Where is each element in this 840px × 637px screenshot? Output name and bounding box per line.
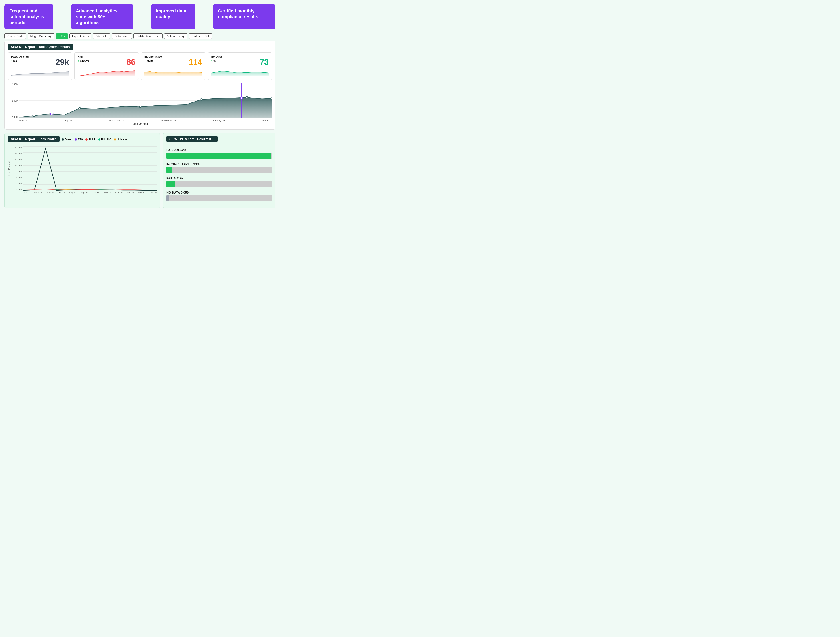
main-chart: 2,450 2,400 2,350 xyxy=(8,83,272,125)
svg-point-10 xyxy=(51,113,53,115)
tab-comp-stats[interactable]: Comp. Stats xyxy=(5,33,26,39)
panel-results-kpi: SIRA KPI Report – Results KPI PASS 99.04… xyxy=(163,133,275,208)
tab-mngm-summary[interactable]: Mngm Summary xyxy=(28,33,54,39)
sparkline-inconclusive xyxy=(144,68,202,76)
kpi-card-fail: Fail 86 ↑ 1400% xyxy=(74,52,139,80)
arrow-down-icon: ↓ xyxy=(144,59,146,62)
callout-improved-text: Improved data quality xyxy=(156,8,186,19)
tab-kpis[interactable]: KPIs xyxy=(56,33,68,39)
inconclusive-bar-fill xyxy=(166,167,172,173)
report2-title: SIRA KPI Report – Loss Profile xyxy=(8,136,60,142)
legend-diesel: Diesel xyxy=(62,138,72,141)
kpi-card-inconclusive: Inconclusive 114 ↓ -62% xyxy=(141,52,205,80)
legend-dot-e10 xyxy=(75,138,77,141)
svg-point-7 xyxy=(246,96,248,98)
fail-bar-bg xyxy=(166,181,272,187)
tab-status-by-call[interactable]: Status by Call xyxy=(189,33,212,39)
results-kpi-inconclusive: INCONCLUSIVE 0.33% xyxy=(166,162,272,173)
arrow-up-icon: ↑ xyxy=(11,59,13,62)
pass-bar-fill xyxy=(166,153,271,159)
top-callouts: Frequent and tailored analysis periods A… xyxy=(0,0,280,32)
svg-point-3 xyxy=(33,115,35,117)
bottom-panels: SIRA KPI Report – Loss Profile Diesel E1… xyxy=(5,133,275,208)
callout-certified-text: Certified monthly compliance results xyxy=(218,8,258,19)
kpi-value-no-data: 73 xyxy=(260,58,269,66)
svg-point-12 xyxy=(240,97,243,99)
no-data-bar-bg xyxy=(166,195,272,201)
loss-chart: Loss Percent 17.50% 15.00% 12.50% 10.00%… xyxy=(8,146,156,191)
results-kpi-pass: PASS 99.04% xyxy=(166,148,272,159)
callout-frequent-text: Frequent and tailored analysis periods xyxy=(9,8,44,25)
sparkline-fail xyxy=(78,68,136,76)
legend-dot-pulp xyxy=(85,138,88,141)
legend-e10: E10 xyxy=(75,138,83,141)
loss-y-axis: 17.50% 15.00% 12.50% 10.00% 7.50% 5.00% … xyxy=(12,146,23,191)
legend-pulp98: PULP98 xyxy=(98,138,111,141)
arrow-up-icon: ↑ xyxy=(211,59,213,62)
dashboard: SIRA KPI Report – Tank System Results Pa… xyxy=(0,41,280,208)
tab-expectations[interactable]: Expectations xyxy=(69,33,92,39)
kpi-change-inconclusive: ↓ -62% xyxy=(144,59,189,62)
legend-unleaded: Unleaded xyxy=(114,138,128,141)
tab-bar: Comp. Stats Mngm Summary KPIs Expectatio… xyxy=(0,32,280,41)
fail-bar-fill xyxy=(166,181,175,187)
legend-dot-unleaded xyxy=(114,138,116,141)
report-tank-system: SIRA KPI Report – Tank System Results Pa… xyxy=(5,41,275,130)
chart-x-title: Pass Or Flag xyxy=(8,122,272,125)
chart-y-axis: 2,450 2,400 2,350 xyxy=(8,83,19,119)
kpi-change-fail: ↑ 1400% xyxy=(78,59,126,62)
main-chart-svg xyxy=(19,83,272,119)
svg-point-5 xyxy=(139,106,141,108)
kpi-value-inconclusive: 114 xyxy=(189,58,202,66)
legend-dot-pulp98 xyxy=(98,138,100,141)
sparkline-no-data xyxy=(211,68,269,76)
tab-callibration-errors[interactable]: Callibration Errors xyxy=(133,33,162,39)
svg-point-6 xyxy=(200,99,202,100)
kpi-card-no-data: No Data 73 ↑ % xyxy=(208,52,272,80)
results-kpi-fail: FAIL 0.61% xyxy=(166,177,272,187)
loss-legend: Diesel E10 PULP PULP98 xyxy=(62,138,128,141)
callout-advanced: Advanced analytics suite with 80+ algori… xyxy=(71,4,133,29)
arrow-up-icon: ↑ xyxy=(78,59,79,62)
callout-frequent: Frequent and tailored analysis periods xyxy=(5,4,53,29)
loss-x-labels: Apr-19 May-19 June-19 Jul-19 Aug-19 Sept… xyxy=(8,191,156,194)
tab-data-errors[interactable]: Data Errors xyxy=(112,33,132,39)
svg-point-8 xyxy=(271,98,272,99)
report3-title: SIRA KPI Report – Results KPI xyxy=(166,136,218,142)
no-data-bar-fill xyxy=(166,195,169,201)
results-kpi-no-data: NO DATA 0.05% xyxy=(166,191,272,201)
callout-certified: Certified monthly compliance results xyxy=(213,4,275,29)
inconclusive-bar-bg xyxy=(166,167,272,173)
legend-pulp: PULP xyxy=(85,138,95,141)
report1-title: SIRA KPI Report – Tank System Results xyxy=(8,44,73,50)
kpi-value-pass: 29k xyxy=(55,58,69,66)
legend-dot-diesel xyxy=(62,138,64,141)
callout-advanced-text: Advanced analytics suite with 80+ algori… xyxy=(76,8,117,25)
panel-loss-profile: SIRA KPI Report – Loss Profile Diesel E1… xyxy=(5,133,160,208)
kpi-change-no-data: ↑ % xyxy=(211,59,260,62)
chart-x-labels: May-19 July-19 September-19 November-19 … xyxy=(8,119,272,122)
results-kpi-bars: PASS 99.04% INCONCLUSIVE 0.33% FAIL 0.61… xyxy=(166,148,272,201)
kpi-value-fail: 86 xyxy=(126,58,136,66)
kpi-change-pass: ↑ 5% xyxy=(11,59,55,62)
loss-y-title: Loss Percent xyxy=(8,146,12,191)
panel-loss-header: SIRA KPI Report – Loss Profile Diesel E1… xyxy=(8,136,156,145)
callout-improved: Improved data quality xyxy=(151,4,196,29)
tab-action-history[interactable]: Action History xyxy=(164,33,188,39)
loss-chart-svg xyxy=(23,146,156,191)
pass-bar-bg xyxy=(166,153,272,159)
kpi-card-pass-or-flag: Pass Or Flag 29k ↑ 5% xyxy=(8,52,72,80)
sparkline-pass xyxy=(11,68,69,76)
tab-site-lists[interactable]: Site Lists xyxy=(93,33,111,39)
svg-point-4 xyxy=(79,107,81,109)
kpi-cards: Pass Or Flag 29k ↑ 5% Fail 86 ↑ 1400% xyxy=(8,52,272,80)
